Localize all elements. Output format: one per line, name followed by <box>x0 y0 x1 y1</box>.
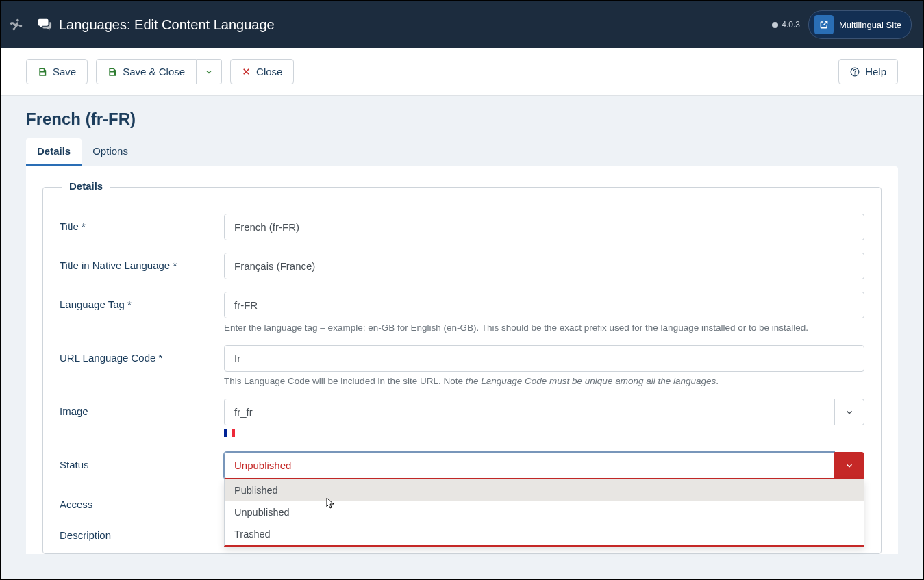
joomla-logo[interactable] <box>1 1 32 48</box>
save-close-button[interactable]: Save & Close <box>96 59 197 84</box>
label-tag: Language Tag * <box>60 292 224 310</box>
label-access: Access <box>60 492 224 510</box>
chevron-down-icon <box>834 452 864 479</box>
native-input[interactable] <box>224 253 864 279</box>
close-button[interactable]: Close <box>230 59 294 84</box>
app-header: Languages: Edit Content Language 4.0.3 M… <box>1 1 923 48</box>
page-title: French (fr-FR) <box>26 110 898 129</box>
tab-details[interactable]: Details <box>26 138 82 166</box>
comments-icon <box>37 17 52 32</box>
tab-options[interactable]: Options <box>82 138 139 166</box>
save-icon <box>108 67 117 77</box>
site-link-button[interactable]: Multilingual Site <box>808 10 912 39</box>
toolbar: Save Save & Close Close Help <box>1 48 923 96</box>
question-icon <box>850 67 860 77</box>
tag-input[interactable] <box>224 292 864 318</box>
close-icon <box>242 67 251 76</box>
tab-bar: Details Options <box>26 138 898 166</box>
label-description: Description <box>60 522 224 541</box>
status-dropdown-menu: Published Unpublished Trashed <box>224 479 864 547</box>
fieldset-legend: Details <box>62 180 110 192</box>
chevron-down-icon <box>834 399 864 425</box>
status-select[interactable]: Unpublished <box>224 452 864 479</box>
help-button[interactable]: Help <box>838 59 898 84</box>
image-select[interactable]: fr_fr <box>224 399 864 425</box>
version-badge: 4.0.3 <box>771 20 800 29</box>
label-urlcode: URL Language Code * <box>60 345 224 364</box>
urlcode-help: This Language Code will be included in t… <box>224 376 864 386</box>
status-option-trashed[interactable]: Trashed <box>225 523 864 545</box>
label-image: Image <box>60 399 224 417</box>
status-option-published[interactable]: Published <box>225 479 864 501</box>
save-close-dropdown[interactable] <box>197 59 222 84</box>
svg-point-2 <box>854 73 855 74</box>
save-icon <box>38 67 47 77</box>
chevron-down-icon <box>205 68 213 76</box>
save-button[interactable]: Save <box>26 59 88 84</box>
urlcode-input[interactable] <box>224 345 864 372</box>
external-link-icon <box>814 15 834 34</box>
title-input[interactable] <box>224 214 864 240</box>
label-native: Title in Native Language * <box>60 253 224 271</box>
label-status: Status <box>60 452 224 470</box>
flag-icon <box>224 429 235 437</box>
svg-point-0 <box>772 21 778 27</box>
label-title: Title * <box>60 214 224 232</box>
tag-help: Enter the language tag – example: en-GB … <box>224 323 864 333</box>
status-option-unpublished[interactable]: Unpublished <box>225 501 864 523</box>
header-title: Languages: Edit Content Language <box>59 17 275 33</box>
